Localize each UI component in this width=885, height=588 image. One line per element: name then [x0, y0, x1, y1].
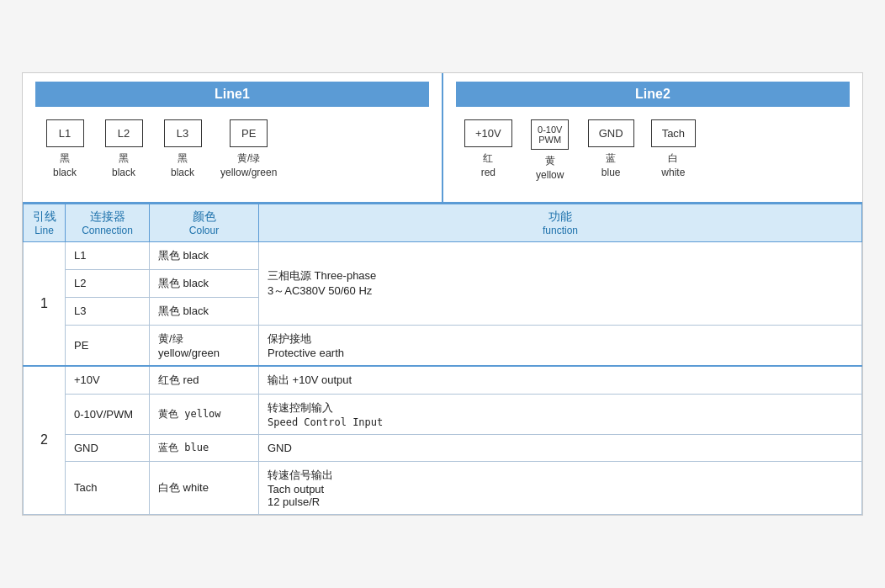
table-header-row: 引线 Line 连接器 Connection 颜色 Colour 功能 func… — [24, 204, 862, 241]
line2-connectors: +10V 红 red 0-10VPWM 黄 yellow GND — [456, 119, 850, 183]
line1-header: Line1 — [35, 82, 429, 107]
connector-PE: PE 黄/绿 yellow/green — [220, 119, 277, 180]
connector-L2-box: L2 — [105, 119, 143, 147]
color-L2: 黑色 black — [150, 269, 259, 297]
connector-L1-box: L1 — [46, 119, 84, 147]
func-PE: 保护接地Protective earth — [259, 325, 862, 366]
th-connection: 连接器 Connection — [66, 204, 150, 241]
func-PWM: 转速控制输入 Speed Control Input — [259, 394, 862, 434]
connector-10V: +10V 红 red — [464, 119, 512, 180]
conn-L1: L1 — [66, 241, 150, 269]
color-PWM: 黄色 yellow — [150, 394, 259, 434]
connector-L3: L3 黑 black — [162, 119, 204, 180]
connector-L2-label: 黑 black — [112, 151, 135, 180]
th-colour: 颜色 Colour — [150, 204, 259, 241]
connector-PE-box: PE — [230, 119, 268, 147]
line1-connectors: L1 黑 black L2 黑 black L3 黑 — [35, 119, 429, 180]
func-L123: 三相电源 Three-phase3～AC380V 50/60 Hz — [259, 241, 862, 325]
conn-PE: PE — [66, 325, 150, 366]
conn-10V: +10V — [66, 366, 150, 395]
line2-diagram: Line2 +10V 红 red 0-10VPWM 黄 yellow — [443, 73, 862, 202]
func-10V: 输出 +10V output — [259, 366, 862, 395]
connector-L1-label: 黑 black — [53, 151, 77, 180]
line2-header: Line2 — [456, 82, 850, 107]
table-row: 1 L1 黑色 black 三相电源 Three-phase3～AC380V 5… — [24, 241, 862, 269]
table-row: Tach 白色 white 转速信号输出 Tach output 12 puls… — [24, 461, 862, 514]
line-group-2: 2 — [24, 366, 66, 515]
table-row: PE 黄/绿yellow/green 保护接地Protective earth — [24, 325, 862, 366]
line-group-1: 1 — [24, 241, 66, 366]
connector-10V-box: +10V — [464, 119, 512, 147]
conn-PWM: 0-10V/PWM — [66, 394, 150, 434]
wiring-table: 引线 Line 连接器 Connection 颜色 Colour 功能 func… — [23, 204, 862, 515]
connector-GND-box: GND — [588, 119, 634, 147]
connector-L3-label: 黑 black — [171, 151, 194, 180]
conn-GND: GND — [66, 434, 150, 461]
th-function: 功能 function — [259, 204, 862, 241]
connector-L2: L2 黑 black — [103, 119, 145, 180]
table-row: GND 蓝色 blue GND — [24, 434, 862, 461]
func-Tach: 转速信号输出 Tach output 12 pulse/R — [259, 461, 862, 514]
connector-GND-label: 蓝 blue — [601, 151, 621, 180]
connector-GND: GND 蓝 blue — [588, 119, 634, 180]
conn-Tach: Tach — [66, 461, 150, 514]
connector-L1: L1 黑 black — [44, 119, 86, 180]
connector-PWM-box: 0-10VPWM — [531, 119, 569, 150]
connector-Tach: Tach 白 white — [651, 119, 696, 180]
connector-Tach-box: Tach — [651, 119, 696, 147]
main-container: Line1 L1 黑 black L2 黑 black — [22, 72, 863, 516]
color-L3: 黑色 black — [150, 297, 259, 325]
table-row: 0-10V/PWM 黄色 yellow 转速控制输入 Speed Control… — [24, 394, 862, 434]
table-row: 2 +10V 红色 red 输出 +10V output — [24, 366, 862, 395]
connector-10V-label: 红 red — [481, 151, 495, 180]
line1-diagram: Line1 L1 黑 black L2 黑 black — [23, 73, 443, 202]
conn-L2: L2 — [66, 269, 150, 297]
diagram-section: Line1 L1 黑 black L2 黑 black — [23, 73, 862, 204]
connector-Tach-label: 白 white — [661, 151, 685, 180]
connector-PWM: 0-10VPWM 黄 yellow — [529, 119, 571, 183]
color-10V: 红色 red — [150, 366, 259, 395]
color-L1: 黑色 black — [150, 241, 259, 269]
connector-L3-box: L3 — [164, 119, 202, 147]
conn-L3: L3 — [66, 297, 150, 325]
color-GND: 蓝色 blue — [150, 434, 259, 461]
connector-PE-label: 黄/绿 yellow/green — [220, 151, 277, 180]
th-line: 引线 Line — [24, 204, 66, 241]
color-PE: 黄/绿yellow/green — [150, 325, 259, 366]
func-GND: GND — [259, 434, 862, 461]
table-section: 引线 Line 连接器 Connection 颜色 Colour 功能 func… — [23, 204, 862, 515]
connector-PWM-label: 黄 yellow — [536, 154, 564, 183]
color-Tach: 白色 white — [150, 461, 259, 514]
